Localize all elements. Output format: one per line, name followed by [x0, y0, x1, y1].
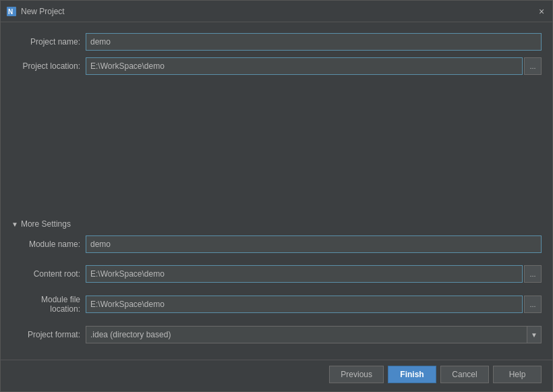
content-root-label: Content root: — [11, 269, 86, 279]
collapse-arrow-icon: ▼ — [11, 221, 18, 228]
project-format-select[interactable]: .idea (directory based) — [86, 326, 542, 343]
project-format-wrapper: .idea (directory based) ▼ — [86, 326, 542, 343]
content-root-row: Content root: ... — [11, 265, 542, 283]
project-location-label: Project location: — [11, 61, 86, 71]
app-icon: N — [6, 6, 17, 17]
close-button[interactable]: × — [536, 6, 547, 17]
previous-button[interactable]: Previous — [329, 366, 384, 383]
module-file-location-browse-button[interactable]: ... — [524, 296, 542, 313]
module-file-location-input[interactable] — [86, 296, 523, 313]
project-name-row: Project name: — [11, 33, 542, 51]
project-format-label: Project format: — [11, 330, 86, 339]
cancel-button[interactable]: Cancel — [440, 366, 489, 383]
svg-text:N: N — [8, 8, 13, 16]
project-location-browse-button[interactable]: ... — [524, 57, 542, 75]
content-root-input[interactable] — [86, 265, 523, 283]
finish-button[interactable]: Finish — [388, 366, 436, 383]
more-settings-label: More Settings — [21, 219, 71, 229]
help-button[interactable]: Help — [493, 366, 542, 383]
project-location-input[interactable] — [86, 57, 523, 75]
more-settings-content: Module name: Content root: ... Module fi… — [11, 235, 542, 350]
new-project-dialog: N New Project × Project name: Project lo… — [0, 0, 553, 392]
module-file-location-row: Module file location: ... — [11, 295, 542, 314]
window-title: New Project — [21, 7, 65, 16]
content-root-browse-button[interactable]: ... — [524, 265, 542, 283]
project-name-label: Project name: — [11, 37, 86, 47]
more-settings-section: ▼ More Settings Module name: Content roo… — [11, 219, 542, 350]
module-file-location-label: Module file location: — [11, 295, 86, 314]
project-location-row: Project location: ... — [11, 57, 542, 75]
more-settings-toggle[interactable]: ▼ More Settings — [11, 219, 542, 229]
title-bar-left: N New Project — [6, 6, 65, 17]
title-bar: N New Project × — [1, 1, 552, 22]
dialog-content: Project name: Project location: ... ▼ Mo… — [1, 22, 552, 356]
module-name-label: Module name: — [11, 240, 86, 249]
dialog-footer: Previous Finish Cancel Help — [1, 360, 552, 391]
module-name-row: Module name: — [11, 235, 542, 253]
spacer — [11, 82, 542, 217]
project-format-row: Project format: .idea (directory based) … — [11, 326, 542, 343]
project-name-input[interactable] — [86, 33, 542, 51]
module-name-input[interactable] — [86, 235, 542, 253]
